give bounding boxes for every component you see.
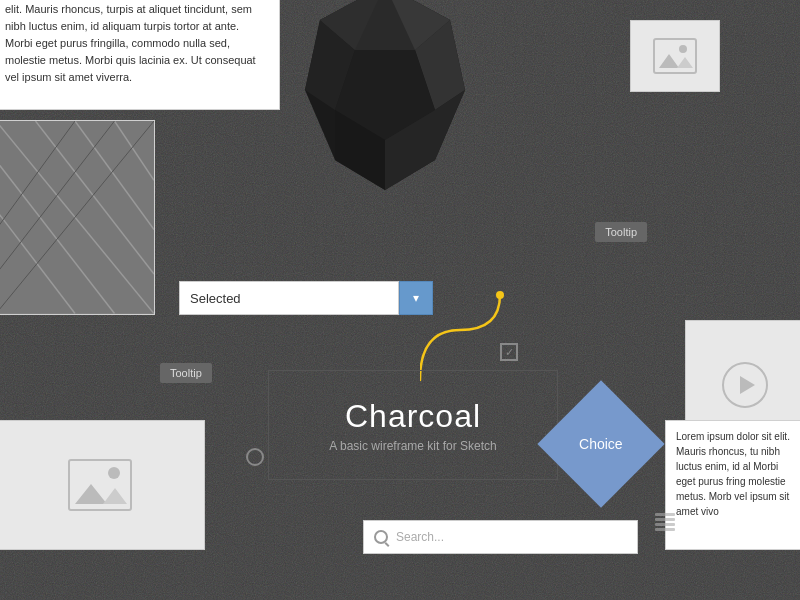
- charcoal-title: Charcoal: [345, 398, 481, 435]
- dropdown-label: Selected: [190, 291, 241, 306]
- play-icon: [740, 376, 755, 394]
- list-line-1: [655, 513, 675, 516]
- tooltip-bottom-left: Tooltip: [160, 363, 212, 383]
- dropdown-arrow-button[interactable]: ▾: [399, 281, 433, 315]
- search-bar[interactable]: Search...: [363, 520, 638, 554]
- search-icon: [374, 530, 388, 544]
- polygon-svg: [295, 0, 475, 190]
- image-icon-large: [68, 459, 132, 511]
- dropdown-selected[interactable]: Selected: [179, 281, 399, 315]
- play-button[interactable]: [722, 362, 768, 408]
- dropdown-arrow-icon: ▾: [413, 291, 419, 305]
- search-placeholder: Search...: [396, 530, 444, 544]
- tooltip-top-right: Tooltip: [595, 222, 647, 242]
- list-line-3: [655, 523, 675, 526]
- geo-pattern: [0, 121, 154, 314]
- text-bottom-right-content: Lorem ipsum dolor sit elit. Mauris rhonc…: [676, 429, 794, 519]
- checkbox[interactable]: ✓: [500, 343, 518, 361]
- text-top-left-content: elit. Mauris rhoncus, turpis at aliquet …: [5, 1, 265, 86]
- text-panel-top-left: elit. Mauris rhoncus, turpis at aliquet …: [0, 0, 280, 110]
- svg-point-19: [496, 291, 504, 299]
- image-icon: [653, 38, 697, 74]
- text-panel-bottom-right: Lorem ipsum dolor sit elit. Mauris rhonc…: [665, 420, 800, 550]
- list-line-4: [655, 528, 675, 531]
- checkbox-check: ✓: [505, 347, 514, 358]
- image-placeholder-bottom-left: [0, 420, 205, 550]
- list-icon: [655, 512, 675, 532]
- charcoal-card: Charcoal A basic wireframe kit for Sketc…: [268, 370, 558, 480]
- charcoal-subtitle: A basic wireframe kit for Sketch: [329, 439, 496, 453]
- choice-label: Choice: [579, 436, 623, 452]
- dropdown-container[interactable]: Selected ▾: [179, 281, 433, 315]
- polygon-3d-shape: [295, 0, 475, 180]
- image-placeholder-top-right: [630, 20, 720, 92]
- list-line-2: [655, 518, 675, 521]
- geo-tile-panel: [0, 120, 155, 315]
- radio-button[interactable]: [246, 448, 264, 466]
